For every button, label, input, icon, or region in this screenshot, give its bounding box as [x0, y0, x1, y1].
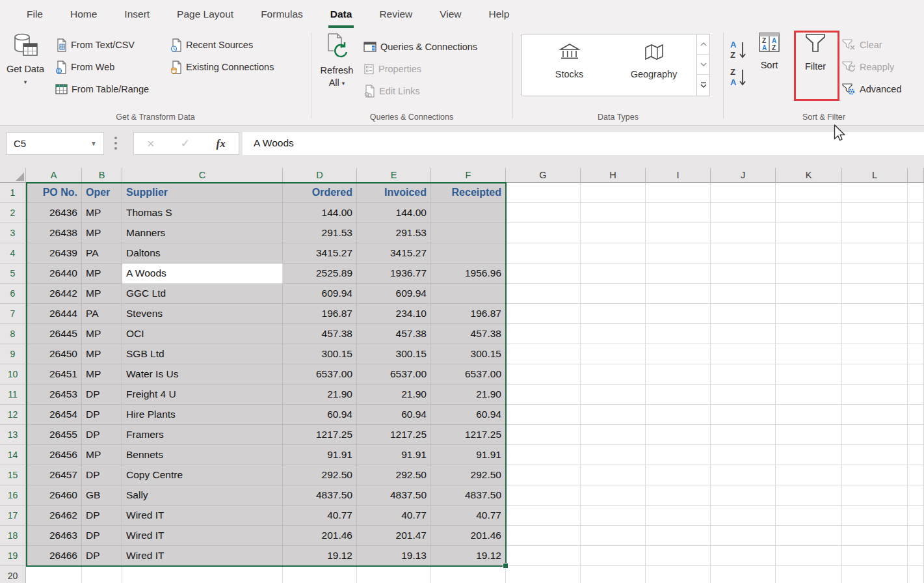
cell-K5[interactable] [776, 264, 842, 284]
cell-A4[interactable]: 26439 [26, 243, 82, 264]
cell-B9[interactable]: MP [82, 344, 122, 364]
cell-E20[interactable] [357, 566, 431, 583]
cell-J14[interactable] [711, 445, 776, 465]
cell-J9[interactable] [711, 344, 776, 364]
cell-D11[interactable]: 21.90 [283, 385, 357, 405]
cell-J15[interactable] [711, 465, 776, 485]
cell-D10[interactable]: 6537.00 [283, 364, 357, 385]
edit-links-button[interactable]: Edit Links [363, 83, 420, 100]
cell-I2[interactable] [646, 203, 711, 223]
cell-F18[interactable]: 201.46 [431, 526, 506, 546]
col-header-I[interactable]: I [646, 168, 711, 183]
cell-M14[interactable] [908, 445, 924, 465]
cell-H14[interactable] [581, 445, 646, 465]
cell-E13[interactable]: 1217.25 [357, 425, 431, 445]
cell-D6[interactable]: 609.94 [283, 284, 357, 304]
cell-B3[interactable]: MP [82, 223, 122, 243]
cell-M4[interactable] [908, 243, 924, 264]
cell-J8[interactable] [711, 324, 776, 344]
cell-B13[interactable]: DP [82, 425, 122, 445]
cell-A6[interactable]: 26442 [26, 284, 82, 304]
cell-L4[interactable] [842, 243, 908, 264]
cell-G14[interactable] [506, 445, 581, 465]
from-table-range-button[interactable]: From Table/Range [55, 81, 149, 98]
cell-M10[interactable] [908, 364, 924, 385]
cell-K6[interactable] [776, 284, 842, 304]
cell-L7[interactable] [842, 304, 908, 324]
cell-J17[interactable] [711, 506, 776, 526]
cell-J13[interactable] [711, 425, 776, 445]
cell-M1[interactable] [908, 183, 924, 203]
cell-I19[interactable] [646, 546, 711, 566]
cell-G2[interactable] [506, 203, 581, 223]
cell-G8[interactable] [506, 324, 581, 344]
advanced-filter-button[interactable]: Advanced [842, 81, 902, 98]
cell-F2[interactable] [431, 203, 506, 223]
enter-icon[interactable]: ✓ [181, 137, 190, 150]
cell-D4[interactable]: 3415.27 [283, 243, 357, 264]
cell-J11[interactable] [711, 385, 776, 405]
cell-G16[interactable] [506, 485, 581, 506]
cell-J1[interactable] [711, 183, 776, 203]
cell-F4[interactable] [431, 243, 506, 264]
cell-A19[interactable]: 26466 [26, 546, 82, 566]
row-header-20[interactable]: 20 [0, 566, 26, 583]
cell-I13[interactable] [646, 425, 711, 445]
name-box-dropdown-icon[interactable]: ▼ [90, 133, 97, 154]
row-header-14[interactable]: 14 [0, 445, 26, 465]
cell-J3[interactable] [711, 223, 776, 243]
row-header-17[interactable]: 17 [0, 506, 26, 526]
sort-za-button[interactable]: Z A [729, 66, 748, 93]
cell-B2[interactable]: MP [82, 203, 122, 223]
cell-A11[interactable]: 26453 [26, 385, 82, 405]
cell-E12[interactable]: 60.94 [357, 405, 431, 425]
col-header-L[interactable]: L [842, 168, 908, 183]
cell-J10[interactable] [711, 364, 776, 385]
cell-B19[interactable]: DP [82, 546, 122, 566]
col-header-H[interactable]: H [581, 168, 646, 183]
cell-C20[interactable] [122, 566, 283, 583]
cell-G9[interactable] [506, 344, 581, 364]
cell-F10[interactable]: 6537.00 [431, 364, 506, 385]
cell-C6[interactable]: GGC Ltd [122, 284, 283, 304]
cell-D12[interactable]: 60.94 [283, 405, 357, 425]
cell-K13[interactable] [776, 425, 842, 445]
cell-H4[interactable] [581, 243, 646, 264]
cell-D18[interactable]: 201.46 [283, 526, 357, 546]
cell-C5[interactable]: A Woods [122, 264, 283, 284]
cell-L11[interactable] [842, 385, 908, 405]
cell-B16[interactable]: GB [82, 485, 122, 506]
tab-data[interactable]: Data [317, 0, 366, 29]
cell-L10[interactable] [842, 364, 908, 385]
cell-K11[interactable] [776, 385, 842, 405]
row-header-1[interactable]: 1 [0, 183, 26, 203]
cell-M13[interactable] [908, 425, 924, 445]
row-header-12[interactable]: 12 [0, 405, 26, 425]
cell-K12[interactable] [776, 405, 842, 425]
cell-F16[interactable]: 4837.50 [431, 485, 506, 506]
cell-L18[interactable] [842, 526, 908, 546]
recent-sources-button[interactable]: Recent Sources [170, 36, 253, 53]
cell-A18[interactable]: 26463 [26, 526, 82, 546]
cell-D8[interactable]: 457.38 [283, 324, 357, 344]
cell-I18[interactable] [646, 526, 711, 546]
cell-E17[interactable]: 40.77 [357, 506, 431, 526]
cell-E4[interactable]: 3415.27 [357, 243, 431, 264]
cell-K2[interactable] [776, 203, 842, 223]
cell-L12[interactable] [842, 405, 908, 425]
cell-B5[interactable]: MP [82, 264, 122, 284]
cell-K3[interactable] [776, 223, 842, 243]
cell-H10[interactable] [581, 364, 646, 385]
cell-C18[interactable]: Wired IT [122, 526, 283, 546]
cell-I11[interactable] [646, 385, 711, 405]
cell-H15[interactable] [581, 465, 646, 485]
cell-D1[interactable]: Ordered [283, 183, 357, 203]
cell-G12[interactable] [506, 405, 581, 425]
col-header-J[interactable]: J [711, 168, 776, 183]
cell-G20[interactable] [506, 566, 581, 583]
cell-B17[interactable]: DP [82, 506, 122, 526]
cell-H6[interactable] [581, 284, 646, 304]
cell-I15[interactable] [646, 465, 711, 485]
cell-L15[interactable] [842, 465, 908, 485]
cell-G18[interactable] [506, 526, 581, 546]
